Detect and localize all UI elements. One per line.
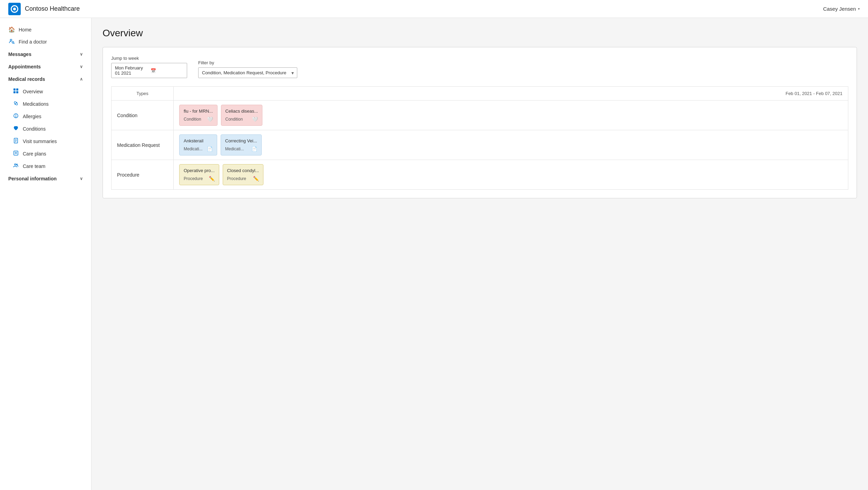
- sidebar-section-personal-information[interactable]: Personal information ∨: [0, 172, 91, 185]
- svg-rect-3: [13, 88, 16, 91]
- sidebar-item-allergies[interactable]: Allergies: [0, 110, 91, 123]
- overview-label: Overview: [23, 89, 43, 94]
- sidebar-find-doctor-label: Find a doctor: [19, 39, 47, 45]
- procedure-card-1[interactable]: Operative pro... Procedure ✏️: [179, 164, 219, 185]
- sidebar-item-medications[interactable]: Medications: [0, 98, 91, 110]
- care-team-icon: [12, 163, 19, 170]
- medication-card-1[interactable]: Anksterail Medicati... 📄: [179, 134, 217, 156]
- types-header: Types: [112, 87, 174, 101]
- svg-rect-6: [16, 91, 18, 93]
- row-cards-procedure: Operative pro... Procedure ✏️ Closed con…: [174, 160, 848, 190]
- logo: [8, 3, 21, 15]
- condition-card-1-footer: Condition 🤍: [184, 116, 213, 122]
- date-value: Mon February 01 2021: [115, 65, 148, 76]
- appointments-chevron: ∨: [80, 64, 83, 69]
- appointments-label: Appointments: [8, 64, 41, 69]
- user-name: Casey Jensen: [823, 6, 856, 12]
- sidebar-item-overview[interactable]: Overview: [0, 85, 91, 98]
- medication-card-2-icon: 📄: [251, 146, 257, 152]
- medications-label: Medications: [23, 101, 49, 107]
- sidebar-item-visit-summaries[interactable]: Visit summaries: [0, 135, 91, 148]
- sidebar-item-care-plans[interactable]: Care plans: [0, 148, 91, 160]
- procedure-cards: Operative pro... Procedure ✏️ Closed con…: [179, 164, 842, 185]
- row-label-medication: Medication Request: [112, 130, 174, 160]
- condition-card-1[interactable]: flu - for MRN... Condition 🤍: [179, 105, 218, 126]
- table-row-condition: Condition flu - for MRN... Condition 🤍: [112, 101, 848, 130]
- procedure-card-2-icon: ✏️: [253, 176, 259, 181]
- page-title: Overview: [103, 28, 857, 39]
- filter-select-wrapper: Condition, Medication Request, Procedure: [198, 67, 297, 78]
- date-input-wrapper[interactable]: Mon February 01 2021 📅: [111, 63, 187, 78]
- condition-card-2-footer: Condition 🤍: [225, 116, 258, 122]
- medical-records-children: Overview Medications Allergies Condition…: [0, 85, 91, 172]
- care-team-label: Care team: [23, 163, 45, 169]
- medication-card-1-icon: 📄: [207, 146, 213, 152]
- medication-card-2-footer: Medicati... 📄: [225, 146, 257, 152]
- personal-information-chevron: ∨: [80, 176, 83, 181]
- svg-rect-16: [14, 151, 18, 155]
- overview-card: Jump to week Mon February 01 2021 📅 Filt…: [103, 47, 857, 198]
- sidebar-section-appointments[interactable]: Appointments ∨: [0, 60, 91, 73]
- app-name: Contoso Healthcare: [25, 5, 80, 12]
- condition-card-1-title: flu - for MRN...: [184, 109, 213, 114]
- sidebar-item-find-doctor[interactable]: Find a doctor: [0, 36, 91, 48]
- procedure-card-1-footer: Procedure ✏️: [184, 176, 215, 181]
- medication-card-2-type: Medicati...: [225, 147, 244, 151]
- procedure-card-2-type: Procedure: [227, 176, 246, 181]
- allergies-icon: [12, 113, 19, 120]
- condition-card-2-icon: 🤍: [252, 116, 258, 122]
- find-doctor-icon: [8, 38, 15, 45]
- care-plans-label: Care plans: [23, 151, 46, 157]
- procedure-card-1-title: Operative pro...: [184, 168, 215, 173]
- messages-label: Messages: [8, 51, 31, 57]
- conditions-label: Conditions: [23, 126, 46, 132]
- visit-summaries-icon: [12, 138, 19, 145]
- medication-card-1-type: Medicati...: [184, 147, 203, 151]
- sidebar-section-messages[interactable]: Messages ∨: [0, 48, 91, 60]
- allergies-label: Allergies: [23, 114, 41, 119]
- procedure-card-1-icon: ✏️: [209, 176, 215, 181]
- jump-to-week-label: Jump to week: [111, 56, 187, 61]
- sidebar-item-home[interactable]: 🏠 Home: [0, 23, 91, 36]
- condition-cards: flu - for MRN... Condition 🤍 Celiacs dis…: [179, 105, 842, 126]
- table-row-medication: Medication Request Anksterail Medicati..…: [112, 130, 848, 160]
- row-label-condition: Condition: [112, 101, 174, 130]
- medications-icon: [12, 101, 19, 107]
- app-header: Contoso Healthcare Casey Jensen ▾: [0, 0, 868, 18]
- filter-select[interactable]: Condition, Medication Request, Procedure: [198, 67, 297, 78]
- medication-card-2-title: Correcting Vei...: [225, 138, 257, 143]
- medication-card-1-footer: Medicati... 📄: [184, 146, 213, 152]
- messages-chevron: ∨: [80, 52, 83, 57]
- procedure-card-2-title: Closed condyl...: [227, 168, 259, 173]
- user-menu[interactable]: Casey Jensen ▾: [823, 6, 860, 12]
- personal-information-label: Personal information: [8, 176, 57, 181]
- calendar-icon[interactable]: 📅: [151, 68, 183, 73]
- medical-records-chevron: ∧: [80, 77, 83, 82]
- condition-card-2[interactable]: Celiacs diseas... Condition 🤍: [221, 105, 263, 126]
- overview-table: Types Feb 01, 2021 - Feb 07, 2021 Condit…: [111, 86, 848, 190]
- sidebar-item-conditions[interactable]: Conditions: [0, 123, 91, 135]
- sidebar: 🏠 Home Find a doctor Messages ∨ Appointm…: [0, 18, 91, 490]
- overview-icon: [12, 88, 19, 95]
- procedure-card-2-footer: Procedure ✏️: [227, 176, 259, 181]
- layout: 🏠 Home Find a doctor Messages ∨ Appointm…: [0, 18, 868, 490]
- sidebar-home-label: Home: [19, 27, 31, 32]
- logo-icon: [11, 5, 18, 13]
- care-plans-icon: [12, 150, 19, 157]
- procedure-card-1-type: Procedure: [184, 176, 203, 181]
- procedure-card-2[interactable]: Closed condyl... Procedure ✏️: [223, 164, 264, 185]
- condition-card-1-icon: 🤍: [207, 116, 213, 122]
- conditions-icon: [12, 125, 19, 132]
- row-cards-medication: Anksterail Medicati... 📄 Correcting Vei.…: [174, 130, 848, 160]
- condition-card-1-type: Condition: [184, 117, 201, 122]
- medication-cards: Anksterail Medicati... 📄 Correcting Vei.…: [179, 134, 842, 156]
- row-cards-condition: flu - for MRN... Condition 🤍 Celiacs dis…: [174, 101, 848, 130]
- svg-point-0: [10, 39, 12, 41]
- visit-summaries-label: Visit summaries: [23, 139, 57, 144]
- medication-card-2[interactable]: Correcting Vei... Medicati... 📄: [221, 134, 262, 156]
- sidebar-section-medical-records[interactable]: Medical records ∧: [0, 73, 91, 85]
- medical-records-label: Medical records: [8, 76, 45, 82]
- sidebar-item-care-team[interactable]: Care team: [0, 160, 91, 172]
- user-menu-chevron: ▾: [858, 7, 860, 11]
- svg-line-8: [15, 102, 17, 105]
